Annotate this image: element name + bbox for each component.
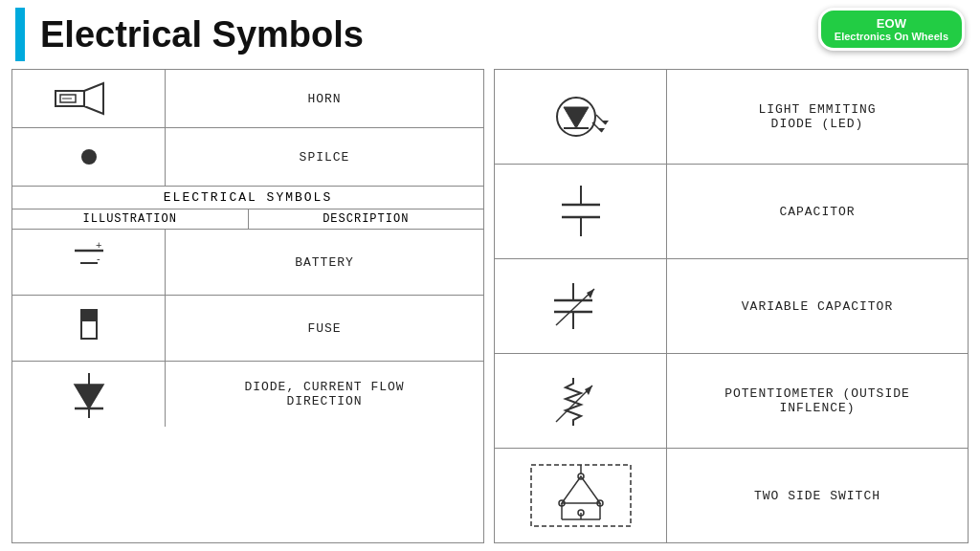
fuse-icon-cell [12, 296, 166, 361]
diode-icon-cell [12, 362, 166, 427]
col-description: DESCRIPTION [249, 209, 484, 229]
svg-rect-10 [81, 310, 97, 321]
fuse-row: FUSE [12, 296, 483, 362]
led-label: LIGHT EMMITING DIODE (LED) [667, 70, 968, 164]
fuse-symbol [70, 302, 108, 355]
svg-marker-35 [562, 476, 600, 503]
diode-symbol [65, 365, 113, 423]
logo-badge: EOW Electronics On Wheels [818, 8, 965, 51]
potentiometer-symbol [543, 370, 619, 432]
left-panel: HORN SPILCE ELECTRICAL SYMBOLS ILLUSTRAT… [11, 69, 484, 543]
battery-row: + - BATTERY [12, 230, 483, 296]
variable-capacitor-row: VARIABLE CAPACITOR [495, 259, 968, 354]
electrical-symbols-table: ELECTRICAL SYMBOLS ILLUSTRATION DESCRIPT… [11, 186, 484, 543]
top-rows: HORN SPILCE [11, 69, 484, 186]
two-side-switch-row: TWO SIDE SWITCH [495, 449, 968, 542]
capacitor-label: CAPACITOR [667, 165, 968, 258]
capacitor-row: CAPACITOR [495, 165, 968, 259]
capacitor-icon-cell [495, 165, 667, 258]
two-side-switch-icon-cell [495, 449, 667, 542]
two-side-switch-symbol [523, 457, 638, 534]
right-panel: LIGHT EMMITING DIODE (LED) CAPACITOR [494, 69, 969, 543]
horn-row: HORN [12, 70, 483, 128]
led-symbol [543, 86, 619, 148]
variable-capacitor-label: VARIABLE CAPACITOR [667, 259, 968, 353]
potentiometer-icon-cell [495, 354, 667, 448]
variable-capacitor-symbol [543, 276, 619, 338]
svg-text:-: - [97, 253, 100, 264]
two-side-switch-label: TWO SIDE SWITCH [667, 449, 968, 542]
table-col-headers: ILLUSTRATION DESCRIPTION [12, 209, 483, 230]
logo-line2: Electronics On Wheels [835, 31, 948, 42]
svg-marker-3 [84, 83, 103, 114]
svg-text:+: + [96, 239, 101, 251]
led-icon-cell [495, 70, 667, 164]
horn-icon-cell [12, 70, 166, 127]
battery-symbol: + - [65, 236, 113, 289]
svg-marker-11 [75, 385, 103, 408]
table-title: ELECTRICAL SYMBOLS [12, 187, 483, 209]
spilce-row: SPILCE [12, 128, 483, 186]
horn-label: HORN [166, 70, 483, 127]
svg-marker-16 [564, 107, 589, 128]
horn-symbol [51, 79, 127, 118]
svg-point-4 [81, 149, 97, 165]
spilce-symbol [70, 138, 108, 176]
header-accent [15, 8, 25, 61]
variable-capacitor-icon-cell [495, 259, 667, 353]
battery-icon-cell: + - [12, 230, 166, 295]
col-illustration: ILLUSTRATION [12, 209, 249, 229]
spilce-icon-cell [12, 128, 166, 186]
header: Electrical Symbols EOW Electronics On Wh… [0, 0, 980, 69]
main-content: HORN SPILCE ELECTRICAL SYMBOLS ILLUSTRAT… [0, 69, 980, 551]
svg-marker-31 [587, 289, 594, 298]
potentiometer-row: POTENTIOMETER (OUTSIDE INFLENCE) [495, 354, 968, 449]
diode-label: DIODE, CURRENT FLOW DIRECTION [166, 362, 483, 427]
capacitor-symbol [552, 181, 610, 243]
spilce-label: SPILCE [166, 128, 483, 186]
led-row: LIGHT EMMITING DIODE (LED) [495, 70, 968, 165]
battery-label: BATTERY [166, 230, 483, 295]
logo-line1: EOW [835, 16, 948, 31]
diode-row: DIODE, CURRENT FLOW DIRECTION [12, 362, 483, 427]
page-title: Electrical Symbols [40, 14, 364, 55]
potentiometer-label: POTENTIOMETER (OUTSIDE INFLENCE) [667, 354, 968, 448]
fuse-label: FUSE [166, 296, 483, 361]
svg-marker-33 [585, 386, 592, 395]
